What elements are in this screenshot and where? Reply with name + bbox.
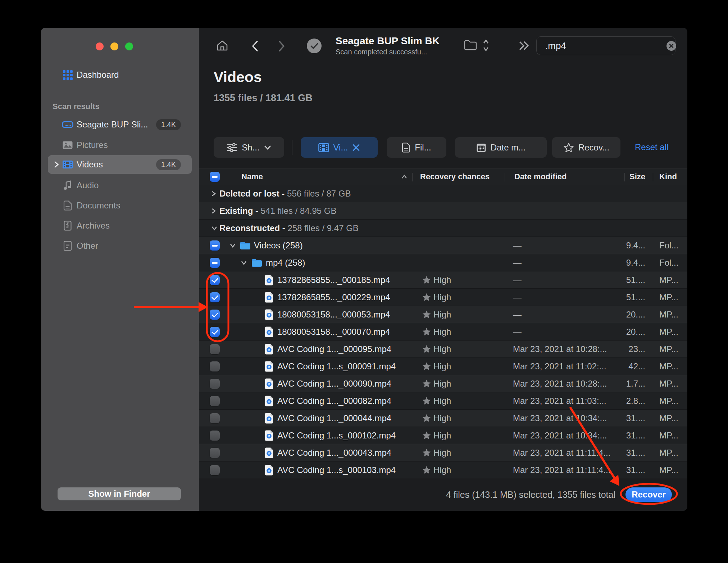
file-kind: Fol... <box>659 258 678 268</box>
chevron-down-icon[interactable] <box>241 260 247 265</box>
sidebar-item-other[interactable]: Other <box>48 237 192 255</box>
group-meta: 556 files / 87 GB <box>287 189 351 198</box>
overflow-chevrons-button[interactable] <box>518 41 531 51</box>
column-header-name[interactable]: Name <box>241 172 263 181</box>
minimize-window-button[interactable] <box>110 42 118 50</box>
row-checkbox[interactable] <box>210 310 220 320</box>
row-checkbox[interactable] <box>210 275 220 285</box>
file-row[interactable]: AVC Coding 1..._000043.mp4HighMar 23, 20… <box>199 444 687 461</box>
file-row[interactable]: AVC Coding 1..._000044.mp4HighMar 23, 20… <box>199 410 687 427</box>
sidebar-item-dashboard[interactable]: Dashboard <box>48 66 192 84</box>
file-kind: Fol... <box>659 240 678 251</box>
folder-name: Videos (258) <box>254 240 303 251</box>
home-button[interactable] <box>216 40 228 52</box>
sidebar-item-audio[interactable]: Audio <box>48 176 192 195</box>
select-all-checkbox[interactable] <box>210 172 220 182</box>
recovery-chance: High <box>433 396 451 406</box>
recover-button[interactable]: Recover <box>625 487 672 502</box>
folder-row[interactable]: mp4 (258)—9.4...Fol... <box>199 254 687 271</box>
search-field[interactable] <box>536 36 675 55</box>
sidebar-item-pictures[interactable]: Pictures <box>48 136 192 154</box>
recovery-chance: High <box>433 379 451 389</box>
sidebar-item-label: Videos <box>77 159 103 170</box>
stepper-chevrons-icon[interactable] <box>482 39 490 52</box>
file-row[interactable]: AVC Coding 1..._000095.mp4HighMar 23, 20… <box>199 341 687 358</box>
row-checkbox[interactable] <box>210 327 220 337</box>
group-row[interactable]: Deleted or lost - 556 files / 87 GB <box>199 185 687 202</box>
chevron-down-icon[interactable] <box>229 243 236 248</box>
file-row[interactable]: 13782865855..._000229.mp4High—51....MP..… <box>199 289 687 306</box>
sidebar-item-label: Seagate BUP Sli... <box>77 120 148 130</box>
file-row[interactable]: AVC Coding 1..._000090.mp4HighMar 23, 20… <box>199 375 687 392</box>
file-kind: MP... <box>659 275 678 285</box>
column-header-size[interactable]: Size <box>595 172 645 181</box>
row-checkbox[interactable] <box>210 240 220 251</box>
file-kind: MP... <box>659 292 678 302</box>
disclosure-chevron-icon[interactable] <box>51 160 62 169</box>
file-row[interactable]: AVC Coding 1...s_000102.mp4HighMar 23, 2… <box>199 427 687 444</box>
folder-name: mp4 (258) <box>266 258 305 268</box>
sidebar-item-documents[interactable]: Documents <box>48 196 192 215</box>
row-checkbox[interactable] <box>210 344 220 354</box>
folder-row[interactable]: Videos (258)—9.4...Fol... <box>199 237 687 254</box>
date-filter-chip[interactable]: Date m... <box>455 137 547 158</box>
row-checkbox[interactable] <box>210 431 220 441</box>
file-row[interactable]: AVC Coding 1...s_000103.mp4HighMar 23, 2… <box>199 461 687 479</box>
footer-bar: 4 files (143.1 MB) selected, 1355 files … <box>199 478 687 511</box>
pictures-icon <box>62 141 74 149</box>
file-row[interactable]: AVC Coding 1...s_000091.mp4HighMar 23, 2… <box>199 358 687 375</box>
column-header-date[interactable]: Date modified <box>514 172 567 181</box>
video-filter-chip[interactable]: Vi... <box>301 137 378 158</box>
column-header-recovery[interactable]: Recovery chances <box>420 172 490 181</box>
date-modified: — <box>513 310 522 320</box>
column-header-kind[interactable]: Kind <box>659 172 677 181</box>
document-icon <box>402 143 410 153</box>
forward-button[interactable] <box>278 40 286 52</box>
row-checkbox[interactable] <box>210 292 220 302</box>
chevron-right-icon[interactable] <box>211 208 216 214</box>
file-row[interactable]: AVC Coding 1..._000082.mp4HighMar 23, 20… <box>199 392 687 410</box>
row-checkbox[interactable] <box>210 448 220 458</box>
file-row[interactable]: 18080053158..._000070.mp4High—20....MP..… <box>199 323 687 341</box>
music-icon <box>62 180 74 190</box>
chevron-down-icon[interactable] <box>211 226 218 231</box>
reset-all-button[interactable]: Reset all <box>635 142 668 152</box>
sidebar-item-archives[interactable]: Archives <box>48 216 192 235</box>
mp4-file-icon <box>264 447 274 458</box>
clear-search-button[interactable] <box>666 41 676 51</box>
file-name: AVC Coding 1..._000090.mp4 <box>277 379 391 389</box>
search-input[interactable] <box>545 40 666 52</box>
date-modified: — <box>513 292 522 302</box>
group-row[interactable]: Existing - 541 files / 84.95 GB <box>199 202 687 220</box>
files-filter-chip[interactable]: Fil... <box>387 137 446 158</box>
show-filters-button[interactable]: Sh... <box>214 137 284 158</box>
row-checkbox[interactable] <box>210 258 220 268</box>
recovery-star-icon <box>422 414 431 423</box>
zoom-window-button[interactable] <box>125 42 133 50</box>
file-row[interactable]: 13782865855..._000185.mp4High—51....MP..… <box>199 271 687 289</box>
session-folder-button[interactable] <box>464 39 477 51</box>
file-row[interactable]: 18080053158..._000053.mp4High—20....MP..… <box>199 306 687 323</box>
calendar-icon <box>476 143 486 153</box>
chevron-right-icon[interactable] <box>211 190 216 197</box>
mp4-file-icon <box>264 292 274 303</box>
date-modified: Mar 23, 2021 at 10:28:... <box>513 344 607 354</box>
recovery-filter-chip[interactable]: Recov... <box>552 137 620 158</box>
remove-filter-icon[interactable] <box>352 144 360 152</box>
sidebar-item-videos[interactable]: Videos1.4K <box>48 155 192 174</box>
group-meta: 541 files / 84.95 GB <box>261 206 337 216</box>
show-in-finder-button[interactable]: Show in Finder <box>58 487 181 500</box>
close-window-button[interactable] <box>96 42 104 50</box>
recovery-star-icon <box>422 275 431 284</box>
recovery-chance: High <box>433 327 451 337</box>
back-button[interactable] <box>251 40 259 52</box>
group-row[interactable]: Reconstructed - 258 files / 9.47 GB <box>199 220 687 237</box>
sidebar-item-seagate[interactable]: Seagate BUP Sli...1.4K <box>48 115 192 134</box>
row-checkbox[interactable] <box>210 396 220 406</box>
row-checkbox[interactable] <box>210 361 220 371</box>
row-checkbox[interactable] <box>210 379 220 389</box>
row-checkbox[interactable] <box>210 413 220 423</box>
row-checkbox[interactable] <box>210 465 220 475</box>
date-modified: Mar 23, 2021 at 11:03:... <box>513 396 606 406</box>
file-name: 13782865855..._000185.mp4 <box>277 275 390 285</box>
